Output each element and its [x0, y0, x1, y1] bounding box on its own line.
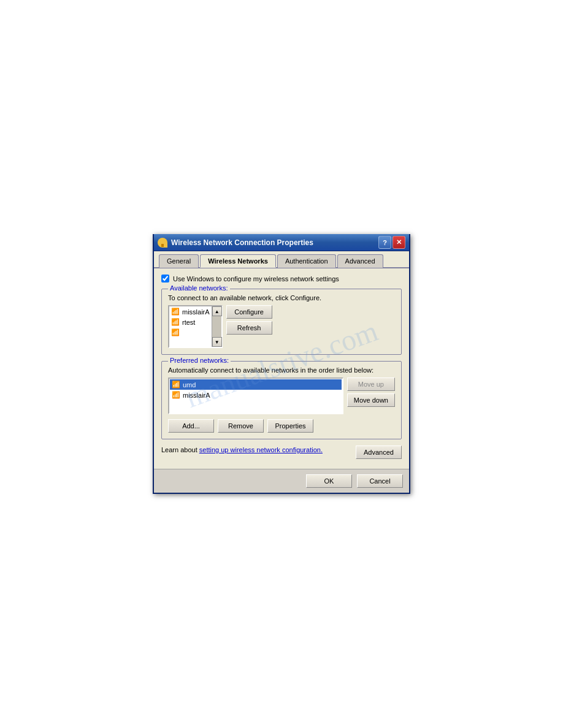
preferred-networks-listbox[interactable]: 📶 umd 📶 misslairA — [168, 377, 343, 414]
close-button[interactable]: ✕ — [393, 236, 405, 249]
tab-advanced[interactable]: Advanced — [337, 254, 383, 268]
footer-learn-text: Learn about — [161, 446, 199, 453]
footer-info: Learn about setting up wireless network … — [161, 446, 402, 455]
title-bar-icon — [158, 238, 167, 248]
configure-button[interactable]: Configure — [226, 305, 272, 319]
dialog-content: Use Windows to configure my wireless net… — [154, 268, 409, 468]
network-name: rtest — [182, 319, 195, 326]
help-button[interactable]: ? — [378, 236, 391, 249]
list-item[interactable]: 📶 rtest — [169, 317, 212, 327]
network-icon: 📶 — [171, 318, 180, 326]
preferred-networks-desc: Automatically connect to available netwo… — [168, 366, 395, 374]
scroll-up-arrow[interactable]: ▲ — [212, 306, 222, 316]
move-up-button[interactable]: Move up — [347, 377, 395, 391]
preferred-networks-container: 📶 umd 📶 misslairA Move up Move down — [168, 377, 395, 414]
network-name: umd — [183, 381, 196, 389]
title-bar: Wireless Network Connection Properties ?… — [154, 234, 409, 251]
network-icon: 📶 — [171, 308, 180, 316]
dialog-footer: OK Cancel — [154, 469, 409, 493]
network-name: misslairA — [183, 392, 210, 399]
scroll-down-arrow[interactable]: ▼ — [212, 337, 222, 347]
title-bar-buttons: ? ✕ — [378, 236, 405, 249]
scroll-track — [212, 316, 221, 337]
remove-button[interactable]: Remove — [218, 419, 264, 433]
preferred-networks-label: Preferred networks: — [168, 357, 231, 364]
ok-button[interactable]: OK — [306, 474, 352, 488]
tab-general[interactable]: General — [159, 254, 199, 268]
svg-marker-1 — [158, 238, 167, 243]
configure-checkbox-row: Use Windows to configure my wireless net… — [161, 275, 402, 282]
footer-link[interactable]: setting up wireless network configuratio… — [199, 446, 323, 453]
available-networks-desc: To connect to an available network, clic… — [168, 294, 395, 301]
network-icon: 📶 — [172, 391, 180, 399]
dialog-title: Wireless Network Connection Properties — [171, 238, 375, 247]
tab-authentication[interactable]: Authentication — [277, 254, 336, 268]
list-item[interactable]: 📶 — [169, 327, 212, 338]
properties-button[interactable]: Properties — [267, 419, 313, 433]
available-network-buttons: Configure Refresh — [226, 305, 272, 348]
cancel-button[interactable]: Cancel — [357, 474, 403, 488]
network-icon: 📶 — [171, 328, 180, 336]
move-down-button[interactable]: Move down — [347, 393, 395, 407]
list-item[interactable]: 📶 misslairA — [170, 390, 342, 400]
tab-wireless-networks[interactable]: Wireless Networks — [200, 254, 276, 268]
preferred-network-buttons: Move up Move down — [347, 377, 395, 414]
refresh-button[interactable]: Refresh — [226, 321, 272, 335]
tab-strip: General Wireless Networks Authentication… — [154, 251, 409, 268]
network-name: misslairA — [182, 308, 210, 316]
available-networks-group: Available networks: To connect to an ava… — [161, 289, 402, 355]
network-icon: 📶 — [172, 381, 180, 389]
svg-rect-2 — [161, 244, 164, 247]
available-networks-list-inner: 📶 misslairA 📶 rtest 📶 — [169, 306, 212, 347]
preferred-networks-group: Preferred networks: Automatically connec… — [161, 361, 402, 439]
available-networks-listbox[interactable]: 📶 misslairA 📶 rtest 📶 — [168, 305, 223, 348]
footer-advanced-button[interactable]: Advanced — [356, 446, 402, 459]
bottom-buttons-row: Add... Remove Properties — [168, 419, 395, 433]
available-networks-label: Available networks: — [168, 284, 230, 292]
scrollbar: ▲ ▼ — [212, 306, 221, 347]
dialog-window: Wireless Network Connection Properties ?… — [153, 234, 410, 493]
list-item[interactable]: 📶 misslairA — [169, 306, 212, 317]
available-networks-container: 📶 misslairA 📶 rtest 📶 — [168, 305, 395, 348]
configure-checkbox[interactable] — [161, 275, 169, 282]
configure-checkbox-label: Use Windows to configure my wireless net… — [173, 275, 339, 282]
add-button[interactable]: Add... — [168, 419, 214, 433]
list-item[interactable]: 📶 umd — [170, 379, 342, 390]
